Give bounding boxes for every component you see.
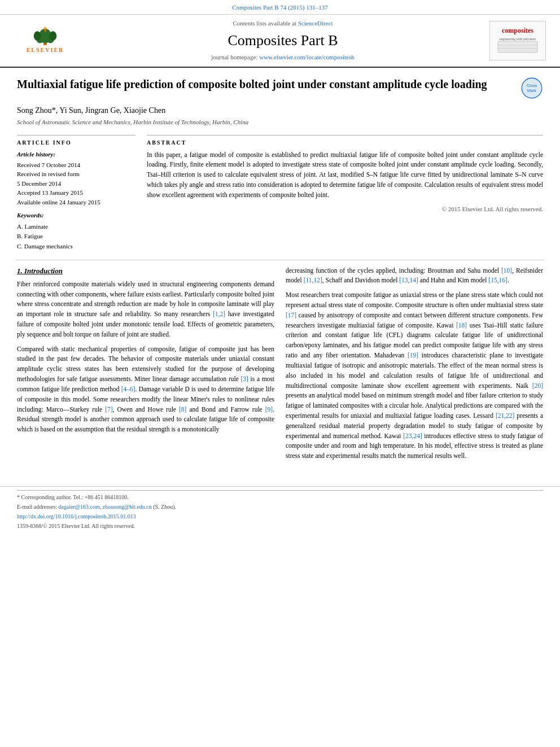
corresponding-author-note: * Corresponding author. Tel.: +86 451 86… (17, 493, 543, 501)
svg-text:Mark: Mark (527, 88, 536, 93)
keyword-3: C. Damage mechanics (17, 242, 135, 252)
journal-name: Composites Part B (85, 30, 481, 51)
svg-point-5 (49, 32, 56, 41)
elsevier-logo: ELSEVIER (17, 27, 73, 55)
composites-logo: composites engineering with polymers (489, 21, 546, 60)
accepted-date: Accepted 13 January 2015 (17, 188, 135, 198)
article-title: Multiaxial fatigue life prediction of co… (17, 77, 515, 91)
revised-date: 5 December 2014 (17, 179, 135, 189)
article-history-title: Article history: (17, 150, 135, 159)
sciencedirect-link[interactable]: ScienceDirect (298, 20, 333, 27)
issn-line: 1359-8368/© 2015 Elsevier Ltd. All right… (17, 522, 543, 530)
intro-paragraph-1: Fiber reinforced composite materials wid… (17, 279, 274, 340)
svg-marker-7 (43, 27, 47, 29)
right-paragraph-1: decreasing function of the cycles applie… (286, 266, 543, 286)
intro-paragraph-2: Compared with static mechanical properti… (17, 344, 274, 435)
crossmark-icon: Cross Mark (520, 77, 543, 99)
email-2[interactable]: zhousong@hit.edu.cn (103, 504, 152, 510)
svg-point-4 (34, 32, 41, 41)
copyright-line: © 2015 Elsevier Ltd. All rights reserved… (147, 205, 543, 213)
main-content: Multiaxial fatigue life prediction of co… (0, 68, 560, 475)
received-date: Received 7 October 2014 (17, 160, 135, 170)
journal-header: ELSEVIER Contents lists available at Sci… (0, 15, 560, 67)
svg-text:Cross: Cross (527, 83, 537, 88)
revised-label: Received in revised form (17, 169, 135, 179)
abstract-column: ABSTRACT In this paper, a fatigue model … (147, 135, 543, 252)
article-info-column: ARTICLE INFO Article history: Received 7… (17, 135, 135, 252)
journal-homepage: journal homepage: www.elsevier.com/locat… (85, 53, 481, 62)
section-divider (17, 260, 543, 260)
introduction-heading: 1. Introduction (17, 266, 274, 276)
composites-logo-text: composites (502, 26, 533, 36)
keyword-2: B. Fatigue (17, 231, 135, 242)
homepage-link[interactable]: www.elsevier.com/locate/compositesb (259, 54, 355, 60)
keyword-1: A. Laminate (17, 222, 135, 232)
article-info-abstract-section: ARTICLE INFO Article history: Received 7… (17, 135, 543, 252)
body-text-section: 1. Introduction Fiber reinforced composi… (17, 266, 543, 466)
elsevier-tree-icon (28, 27, 62, 46)
body-right-column: decreasing function of the cycles applie… (286, 266, 543, 466)
elsevier-brand-text: ELSEVIER (27, 46, 64, 54)
article-title-section: Multiaxial fatigue life prediction of co… (17, 77, 543, 99)
available-date: Available online 24 January 2015 (17, 198, 135, 207)
body-left-column: 1. Introduction Fiber reinforced composi… (17, 266, 274, 466)
affiliation: School of Astronautic Science and Mechan… (17, 118, 543, 126)
composites-logo-icon: engineering with polymers (495, 36, 540, 55)
journal-title-section: Contents lists available at ScienceDirec… (85, 19, 481, 62)
abstract-box: ABSTRACT In this paper, a fatigue model … (147, 135, 543, 213)
email-note: E-mail addresses: dagaier@163.com, zhous… (17, 503, 543, 511)
abstract-text: In this paper, a fatigue model of compos… (147, 150, 543, 200)
abstract-heading: ABSTRACT (147, 139, 543, 147)
doi-text[interactable]: http://dx.doi.org/10.1016/j.compositesb.… (17, 513, 136, 519)
journal-logo-section: composites engineering with polymers (487, 21, 549, 60)
keywords-title: Keywords: (17, 211, 135, 220)
svg-text:engineering with polymers: engineering with polymers (500, 37, 536, 41)
contents-available-text: Contents lists available at ScienceDirec… (85, 19, 481, 28)
page-footer: * Corresponding author. Tel.: +86 451 86… (0, 486, 560, 530)
doi-link: http://dx.doi.org/10.1016/j.compositesb.… (17, 513, 543, 521)
journal-citation: Composites Part B 74 (2015) 131–137 (0, 0, 560, 15)
article-info-heading: ARTICLE INFO (17, 139, 135, 147)
article-info-box: ARTICLE INFO Article history: Received 7… (17, 135, 135, 252)
right-paragraph-2: Most researchers treat composite fatigue… (286, 290, 543, 461)
email-1[interactable]: dagaier@163.com (58, 504, 99, 510)
svg-rect-8 (498, 41, 537, 53)
elsevier-logo-section: ELSEVIER (11, 27, 79, 55)
authors: Song Zhou*, Yi Sun, Jingran Ge, Xiaojie … (17, 105, 543, 116)
